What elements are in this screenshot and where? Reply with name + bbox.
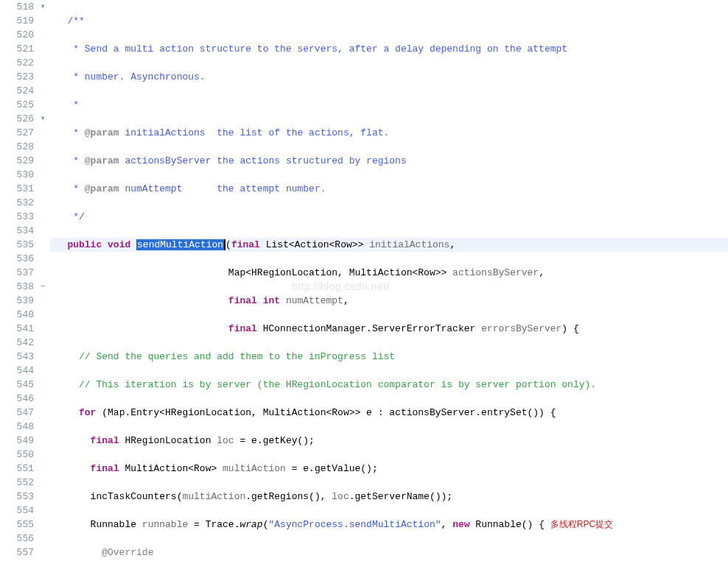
line-number: 544 [0,364,34,378]
line-number: 546 [0,392,34,406]
javadoc: */ [50,211,85,222]
javadoc: /** [50,15,85,27]
javadoc: * @param actionsByServer the actions str… [50,155,407,166]
line-number: 530 [0,168,34,182]
line-number: 523 [0,70,34,84]
comment: // Send the queries and add them to the … [79,351,395,362]
javadoc: * number. Asynchronous. [50,71,206,82]
code-editor[interactable]: 5185195205215225235245255265275285295305… [0,0,728,561]
fold-column: ▾ ▾ − [38,0,47,561]
line-number: 545 [0,378,34,392]
javadoc: * @param initialActions the list of the … [50,127,389,138]
javadoc: * [50,99,79,110]
javadoc: * @param numAttempt the attempt number. [50,183,326,194]
line-number: 526 [0,112,34,126]
line-number: 553 [0,490,34,504]
line-number: 539 [0,294,34,308]
keyword: public [67,239,102,250]
annotation: @Override [102,547,153,558]
code-area[interactable]: /** * Send a multi action structure to t… [47,0,728,561]
line-number: 541 [0,322,34,336]
selected-method-name: sendMultiAction [136,239,224,250]
line-number: 531 [0,182,34,196]
line-number: 554 [0,504,34,518]
comment: // This iteration is by server (the HReg… [79,379,596,390]
line-number: 542 [0,336,34,350]
line-number: 520 [0,28,34,42]
line-number-gutter: 5185195205215225235245255265275285295305… [0,0,38,561]
line-number: 548 [0,420,34,434]
line-number: 522 [0,56,34,70]
line-number: 533 [0,210,34,224]
line-number: 556 [0,532,34,546]
line-number: 551 [0,462,34,476]
line-number: 555 [0,518,34,532]
line-number: 550 [0,448,34,462]
line-number: 549 [0,434,34,448]
line-number: 519 [0,14,34,28]
current-line: public void sendMultiAction(final List<A… [50,238,728,252]
line-number: 529 [0,154,34,168]
line-number: 538 [0,280,34,294]
line-number: 536 [0,252,34,266]
line-number: 528 [0,140,34,154]
line-number: 534 [0,224,34,238]
line-number: 547 [0,406,34,420]
chinese-annotation: 多线程RPC提交 [550,519,613,529]
line-number: 535 [0,238,34,252]
line-number: 527 [0,126,34,140]
keyword: void [108,239,130,250]
line-number: 525 [0,98,34,112]
javadoc: * Send a multi action structure to the s… [50,43,567,54]
line-number: 524 [0,84,34,98]
line-number: 532 [0,196,34,210]
line-number: 552 [0,476,34,490]
line-number: 521 [0,42,34,56]
line-number: 543 [0,350,34,364]
line-number: 540 [0,308,34,322]
line-number: 557 [0,546,34,560]
line-number: 537 [0,266,34,280]
line-number: 518 [0,0,34,14]
